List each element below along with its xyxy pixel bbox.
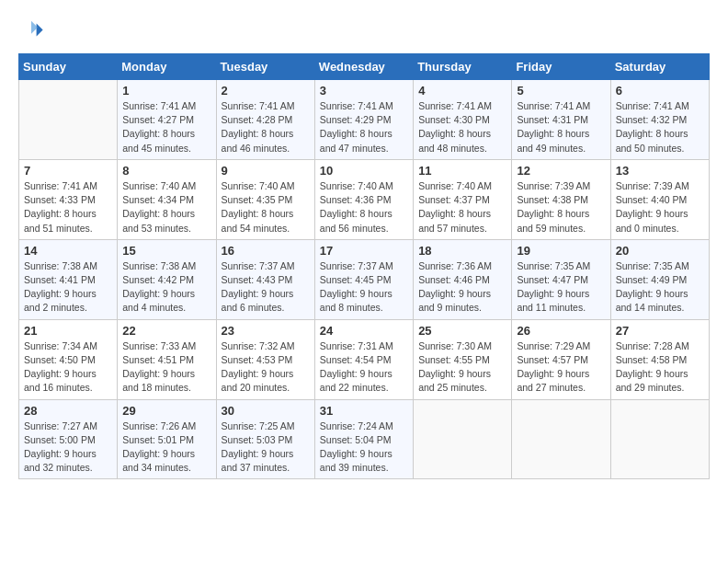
calendar-cell [19, 80, 118, 160]
day-number: 10 [320, 164, 408, 178]
day-info: Sunrise: 7:39 AMSunset: 4:38 PMDaylight:… [517, 179, 605, 236]
day-info: Sunrise: 7:25 AMSunset: 5:03 PMDaylight:… [222, 419, 310, 476]
calendar-cell: 31Sunrise: 7:24 AMSunset: 5:04 PMDayligh… [314, 399, 413, 479]
calendar-cell: 14Sunrise: 7:38 AMSunset: 4:41 PMDayligh… [19, 239, 118, 319]
calendar-week-row: 7Sunrise: 7:41 AMSunset: 4:33 PMDaylight… [19, 159, 710, 239]
calendar-header-row: SundayMondayTuesdayWednesdayThursdayFrid… [19, 54, 710, 80]
calendar-cell: 5Sunrise: 7:41 AMSunset: 4:31 PMDaylight… [512, 80, 610, 160]
calendar-cell: 1Sunrise: 7:41 AMSunset: 4:27 PMDaylight… [118, 80, 216, 160]
calendar-cell: 24Sunrise: 7:31 AMSunset: 4:54 PMDayligh… [314, 319, 413, 399]
day-number: 2 [222, 84, 310, 98]
calendar-cell: 12Sunrise: 7:39 AMSunset: 4:38 PMDayligh… [512, 159, 610, 239]
calendar-cell: 19Sunrise: 7:35 AMSunset: 4:47 PMDayligh… [512, 239, 610, 319]
day-header-sunday: Sunday [19, 54, 118, 80]
calendar-cell: 27Sunrise: 7:28 AMSunset: 4:58 PMDayligh… [610, 319, 709, 399]
logo-icon [18, 18, 44, 44]
day-number: 31 [320, 404, 408, 418]
calendar-cell: 30Sunrise: 7:25 AMSunset: 5:03 PMDayligh… [216, 399, 314, 479]
day-number: 19 [517, 244, 605, 258]
day-number: 15 [122, 244, 210, 258]
calendar-cell: 2Sunrise: 7:41 AMSunset: 4:28 PMDaylight… [216, 80, 314, 160]
calendar-cell: 25Sunrise: 7:30 AMSunset: 4:55 PMDayligh… [414, 319, 512, 399]
day-number: 22 [122, 324, 210, 338]
calendar-cell: 17Sunrise: 7:37 AMSunset: 4:45 PMDayligh… [314, 239, 413, 319]
day-info: Sunrise: 7:32 AMSunset: 4:53 PMDaylight:… [222, 339, 310, 396]
calendar-week-row: 21Sunrise: 7:34 AMSunset: 4:50 PMDayligh… [19, 319, 710, 399]
calendar-cell [512, 399, 610, 479]
day-number: 12 [517, 164, 605, 178]
calendar-cell: 21Sunrise: 7:34 AMSunset: 4:50 PMDayligh… [19, 319, 118, 399]
day-info: Sunrise: 7:34 AMSunset: 4:50 PMDaylight:… [24, 339, 112, 396]
day-number: 29 [122, 404, 210, 418]
day-number: 11 [418, 164, 506, 178]
day-number: 6 [616, 84, 704, 98]
day-info: Sunrise: 7:37 AMSunset: 4:43 PMDaylight:… [222, 259, 310, 316]
day-header-thursday: Thursday [414, 54, 512, 80]
day-number: 23 [222, 324, 310, 338]
calendar-cell: 10Sunrise: 7:40 AMSunset: 4:36 PMDayligh… [314, 159, 413, 239]
calendar-cell: 18Sunrise: 7:36 AMSunset: 4:46 PMDayligh… [414, 239, 512, 319]
day-info: Sunrise: 7:27 AMSunset: 5:00 PMDaylight:… [24, 419, 112, 476]
calendar-cell: 29Sunrise: 7:26 AMSunset: 5:01 PMDayligh… [118, 399, 216, 479]
calendar-cell [414, 399, 512, 479]
day-info: Sunrise: 7:38 AMSunset: 4:41 PMDaylight:… [24, 259, 112, 316]
day-number: 25 [418, 324, 506, 338]
day-info: Sunrise: 7:36 AMSunset: 4:46 PMDaylight:… [418, 259, 506, 316]
day-info: Sunrise: 7:41 AMSunset: 4:28 PMDaylight:… [222, 99, 310, 155]
day-info: Sunrise: 7:26 AMSunset: 5:01 PMDaylight:… [122, 419, 210, 476]
day-info: Sunrise: 7:38 AMSunset: 4:42 PMDaylight:… [122, 259, 210, 316]
day-number: 14 [24, 244, 112, 258]
day-info: Sunrise: 7:35 AMSunset: 4:49 PMDaylight:… [616, 259, 704, 316]
day-info: Sunrise: 7:30 AMSunset: 4:55 PMDaylight:… [418, 339, 506, 396]
day-info: Sunrise: 7:40 AMSunset: 4:37 PMDaylight:… [418, 179, 506, 236]
calendar-cell: 4Sunrise: 7:41 AMSunset: 4:30 PMDaylight… [414, 80, 512, 160]
day-header-saturday: Saturday [610, 54, 709, 80]
day-info: Sunrise: 7:37 AMSunset: 4:45 PMDaylight:… [320, 259, 408, 316]
day-number: 17 [320, 244, 408, 258]
day-info: Sunrise: 7:41 AMSunset: 4:27 PMDaylight:… [122, 99, 210, 155]
calendar-cell: 7Sunrise: 7:41 AMSunset: 4:33 PMDaylight… [19, 159, 118, 239]
calendar-cell: 16Sunrise: 7:37 AMSunset: 4:43 PMDayligh… [216, 239, 314, 319]
calendar-week-row: 14Sunrise: 7:38 AMSunset: 4:41 PMDayligh… [19, 239, 710, 319]
day-info: Sunrise: 7:40 AMSunset: 4:35 PMDaylight:… [222, 179, 310, 236]
day-header-monday: Monday [118, 54, 216, 80]
day-info: Sunrise: 7:41 AMSunset: 4:32 PMDaylight:… [616, 99, 704, 155]
calendar-cell: 6Sunrise: 7:41 AMSunset: 4:32 PMDaylight… [610, 80, 709, 160]
day-number: 4 [418, 84, 506, 98]
svg-marker-0 [37, 24, 43, 37]
calendar-cell: 28Sunrise: 7:27 AMSunset: 5:00 PMDayligh… [19, 399, 118, 479]
calendar-cell: 23Sunrise: 7:32 AMSunset: 4:53 PMDayligh… [216, 319, 314, 399]
calendar-cell: 22Sunrise: 7:33 AMSunset: 4:51 PMDayligh… [118, 319, 216, 399]
calendar-cell: 26Sunrise: 7:29 AMSunset: 4:57 PMDayligh… [512, 319, 610, 399]
page-header [18, 18, 710, 44]
day-number: 24 [320, 324, 408, 338]
calendar-cell: 8Sunrise: 7:40 AMSunset: 4:34 PMDaylight… [118, 159, 216, 239]
calendar-cell: 3Sunrise: 7:41 AMSunset: 4:29 PMDaylight… [314, 80, 413, 160]
day-info: Sunrise: 7:31 AMSunset: 4:54 PMDaylight:… [320, 339, 408, 396]
calendar-cell: 9Sunrise: 7:40 AMSunset: 4:35 PMDaylight… [216, 159, 314, 239]
day-info: Sunrise: 7:41 AMSunset: 4:29 PMDaylight:… [320, 99, 408, 155]
day-info: Sunrise: 7:28 AMSunset: 4:58 PMDaylight:… [616, 339, 704, 396]
calendar-cell: 15Sunrise: 7:38 AMSunset: 4:42 PMDayligh… [118, 239, 216, 319]
day-number: 7 [24, 164, 112, 178]
day-info: Sunrise: 7:39 AMSunset: 4:40 PMDaylight:… [616, 179, 704, 236]
day-number: 27 [616, 324, 704, 338]
calendar-table: SundayMondayTuesdayWednesdayThursdayFrid… [18, 53, 710, 479]
day-number: 30 [222, 404, 310, 418]
calendar-cell: 13Sunrise: 7:39 AMSunset: 4:40 PMDayligh… [610, 159, 709, 239]
day-number: 21 [24, 324, 112, 338]
day-header-wednesday: Wednesday [314, 54, 413, 80]
day-number: 16 [222, 244, 310, 258]
calendar-cell: 20Sunrise: 7:35 AMSunset: 4:49 PMDayligh… [610, 239, 709, 319]
day-number: 13 [616, 164, 704, 178]
day-info: Sunrise: 7:29 AMSunset: 4:57 PMDaylight:… [517, 339, 605, 396]
calendar-week-row: 28Sunrise: 7:27 AMSunset: 5:00 PMDayligh… [19, 399, 710, 479]
day-info: Sunrise: 7:35 AMSunset: 4:47 PMDaylight:… [517, 259, 605, 316]
day-info: Sunrise: 7:41 AMSunset: 4:30 PMDaylight:… [418, 99, 506, 155]
day-number: 28 [24, 404, 112, 418]
day-number: 5 [517, 84, 605, 98]
day-number: 1 [122, 84, 210, 98]
calendar-week-row: 1Sunrise: 7:41 AMSunset: 4:27 PMDaylight… [19, 80, 710, 160]
day-header-tuesday: Tuesday [216, 54, 314, 80]
day-number: 9 [222, 164, 310, 178]
